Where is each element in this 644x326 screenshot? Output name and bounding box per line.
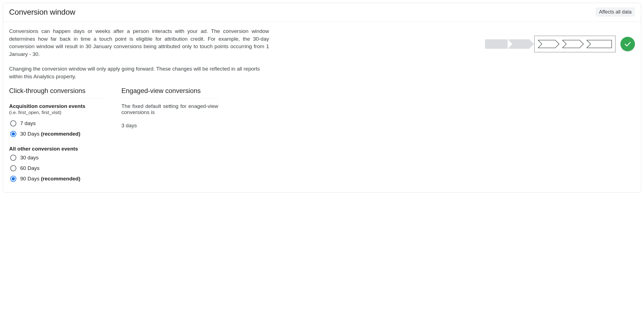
svg-marker-0 [538,40,559,48]
card-header: Conversion window Affects all data [3,3,641,22]
click-through-title: Click-through conversions [9,87,106,98]
chevron-filled-icon [508,39,529,49]
attribution-window-box [534,36,616,52]
click-through-section: Click-through conversions Acquisition co… [9,87,106,184]
chevron-solid-group [485,39,529,49]
radio-option-other-60-days[interactable]: 60 Days [9,163,106,174]
engaged-view-title: Engaged-view conversions [121,87,218,98]
radio-icon [10,155,16,161]
engaged-view-value: 3 days [121,123,218,129]
radio-label: 7 days [20,120,36,126]
radio-label-recommended: (recommended) [41,131,80,137]
acquisition-conversion-group: Acquisition conversion events (i.e. firs… [9,103,106,139]
check-circle-icon [620,37,635,51]
check-icon [624,40,632,48]
card-title: Conversion window [9,8,75,17]
radio-icon [10,131,16,137]
conversion-window-card: Conversion window Affects all data Conve… [3,3,641,193]
radio-option-acquisition-30-days[interactable]: 30 Days (recommended) [9,129,106,139]
engaged-view-desc: The fixed default setting for enaged-vie… [121,103,218,115]
radio-icon [10,176,16,182]
radio-icon [10,120,16,126]
right-column [276,27,635,184]
radio-icon [10,165,16,171]
radio-label: 30 days [20,155,39,161]
engaged-view-section: Engaged-view conversions The fixed defau… [121,87,218,184]
other-conversion-group: All other conversion events 30 days 60 [9,146,106,184]
attribution-illustration [485,36,635,52]
svg-marker-1 [562,40,583,48]
radio-label-text: 30 days [20,155,39,161]
left-column: Conversions can happen days or weeks aft… [9,27,269,184]
chevron-outline-icon [562,40,584,48]
radio-label-text: 90 Days [20,176,41,182]
conversion-sections: Click-through conversions Acquisition co… [9,87,269,184]
radio-label: 30 Days (recommended) [20,131,80,137]
other-group-title: All other conversion events [9,146,106,152]
radio-option-other-30-days[interactable]: 30 days [9,152,106,163]
radio-label: 60 Days [20,165,40,171]
chevron-filled-icon [485,39,507,49]
radio-label-text: 30 Days [20,131,41,137]
radio-option-acquisition-7-days[interactable]: 7 days [9,118,106,129]
radio-label: 90 Days (recommended) [20,176,80,182]
radio-option-other-90-days[interactable]: 90 Days (recommended) [9,174,106,184]
description-paragraph-2: Changing the conversion window will only… [9,65,269,80]
chevron-outline-icon [538,40,559,48]
acquisition-group-subtitle: (i.e. first_open, first_visit) [9,110,106,115]
svg-marker-2 [587,40,612,48]
description-paragraph-1: Conversions can happen days or weeks aft… [9,27,269,58]
card-body: Conversions can happen days or weeks aft… [3,22,641,192]
radio-label-text: 60 Days [20,165,40,171]
chevron-outline-icon [586,40,612,48]
acquisition-group-title: Acquisition conversion events [9,103,106,109]
radio-label-text: 7 days [20,120,36,126]
affects-all-data-badge: Affects all data [596,7,635,17]
radio-label-recommended: (recommended) [41,176,80,182]
